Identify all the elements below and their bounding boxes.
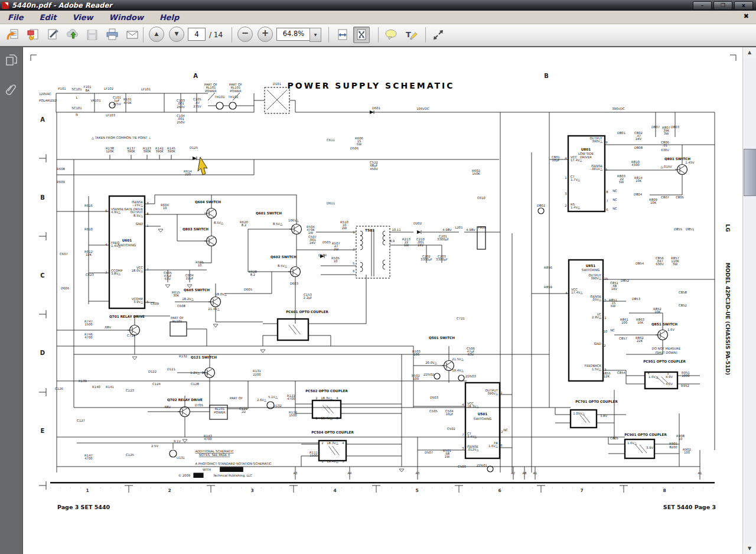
svg-text:5.1V△: 5.1V△ [268,395,278,399]
svg-text:1.6V△: 1.6V△ [627,441,637,445]
scroll-down-button[interactable]: ▼ [743,543,756,554]
save-icon[interactable] [84,27,100,43]
svg-text:PART OF: PART OF [230,396,243,400]
svg-text:C: C [40,272,44,279]
svg-text:LF102: LF102 [104,87,113,90]
svg-text:2: 2 [321,441,323,445]
navigation-sidebar [0,47,23,554]
svg-text:8.5V△: 8.5V△ [214,221,224,224]
svg-text:2.5V: 2.5V [151,444,158,448]
create-pdf-icon[interactable] [25,27,41,43]
scroll-up-button[interactable]: ▲ [743,47,756,58]
svg-text:C126: C126 [55,387,63,390]
svg-text:.01: .01 [663,144,667,147]
svg-text:1: 1 [146,224,148,227]
svg-text:8.5V△: 8.5V△ [133,214,144,217]
svg-text:U851: U851 [586,264,596,268]
svg-text:1.2V△: 1.2V△ [190,371,200,374]
svg-text:0V△: 0V△ [201,371,208,374]
svg-text:D606: D606 [61,286,70,290]
svg-text:1.5V△: 1.5V△ [592,367,602,371]
menu-help[interactable]: Help [159,13,179,22]
close-button[interactable]: x [734,1,753,10]
svg-text:17.4V△: 17.4V△ [571,291,583,294]
svg-text:15: 15 [604,277,608,281]
svg-text:C608: C608 [177,304,185,308]
menu-view[interactable]: View [72,13,93,22]
email-icon[interactable] [124,27,141,43]
svg-text:D852: D852 [621,279,629,282]
svg-text:R859: R859 [544,285,552,289]
fit-width-icon[interactable] [334,27,351,43]
svg-text:8: 8 [663,488,666,493]
fit-page-icon[interactable] [353,27,370,43]
vertical-scrollbar[interactable]: ▲ ▼ [742,47,756,554]
page-thumbnails-icon[interactable] [4,53,18,67]
restore-button[interactable]: ❐ [713,1,732,10]
svg-text:C128: C128 [191,382,199,386]
svg-text:5W: 5W [619,180,624,184]
svg-text:8.5V△: 8.5V△ [278,264,288,268]
svg-text:100: 100 [621,321,628,324]
svg-text:3: 3 [565,192,566,195]
menu-file[interactable]: File [8,13,24,22]
svg-text:C858: C858 [679,291,687,294]
svg-text:D504: D504 [318,253,327,257]
svg-text:6: 6 [105,209,107,213]
svg-text:C123: C123 [126,389,134,392]
svg-text:Q604 SWITCH: Q604 SWITCH [195,200,221,204]
svg-text:18.3V△: 18.3V△ [321,396,333,400]
minimize-button[interactable]: – [693,1,712,10]
svg-text:1KV: 1KV [636,137,642,141]
sign-document-icon[interactable] [45,27,61,43]
svg-text:6: 6 [353,269,355,273]
upload-cloud-icon[interactable] [65,27,82,43]
svg-text:R856: R856 [544,266,552,269]
svg-text:MODEL 42PC3D-UE (CHASSIS PA-51: MODEL 42PC3D-UE (CHASSIS PA-51D) [725,263,731,375]
svg-text:4.98V: 4.98V [466,228,475,232]
svg-text:2: 2 [353,247,354,251]
svg-text:12K: 12K [86,253,92,256]
menu-window[interactable]: Window [109,13,144,22]
zoom-level-field[interactable]: 64.8% [276,28,311,41]
svg-text:100: 100 [684,451,690,454]
svg-text:3300μF: 3300μF [437,237,449,242]
fullscreen-icon[interactable] [430,27,447,43]
page-number-input[interactable] [188,28,206,41]
svg-text:1: 1 [321,460,323,463]
svg-text:GND: GND [136,222,143,226]
zoom-out-button[interactable]: − [237,27,253,42]
svg-text:2200: 2200 [253,373,261,376]
svg-text:1.45V: 1.45V [685,161,695,164]
highlight-text-icon[interactable]: T [403,27,419,43]
svg-text:A: A [193,73,198,79]
svg-text:21.5V△: 21.5V△ [452,357,464,361]
svg-text:C502: C502 [447,427,455,431]
svg-text:2: 2 [315,396,317,400]
svg-text:1000: 1000 [682,374,690,377]
zoom-in-button[interactable]: + [258,27,273,42]
scrollbar-thumb[interactable] [744,149,756,196]
attachments-paperclip-icon[interactable] [4,83,18,97]
print-icon[interactable] [104,27,120,43]
svg-text:U601: U601 [122,239,132,242]
svg-text:6: 6 [606,208,608,211]
svg-text:PC701 OPTO COUPLER: PC701 OPTO COUPLER [575,400,618,403]
menu-edit[interactable]: Edit [40,13,57,22]
previous-page-button[interactable]: ▲ [149,27,164,42]
svg-text:RL101: RL101 [172,320,183,323]
close-document-icon[interactable]: ✖ [744,12,749,20]
svg-text:Q701 RELAY DRIVE: Q701 RELAY DRIVE [109,315,145,318]
svg-text:U501: U501 [478,412,488,416]
svg-text:A3: A3 [294,471,298,475]
svg-text:Q602 SWITCH: Q602 SWITCH [271,255,296,259]
open-document-icon[interactable] [5,27,21,43]
svg-text:2W: 2W [334,247,339,251]
comment-bubble-icon[interactable] [383,27,399,43]
next-page-button[interactable]: ▼ [169,27,184,42]
svg-text:390K: 390K [143,149,151,153]
svg-text:1.6V△: 1.6V△ [488,444,498,448]
zoom-dropdown-caret[interactable]: ▼ [309,28,321,42]
svg-text:10: 10 [198,263,202,267]
svg-text:SC101: SC101 [71,106,82,110]
